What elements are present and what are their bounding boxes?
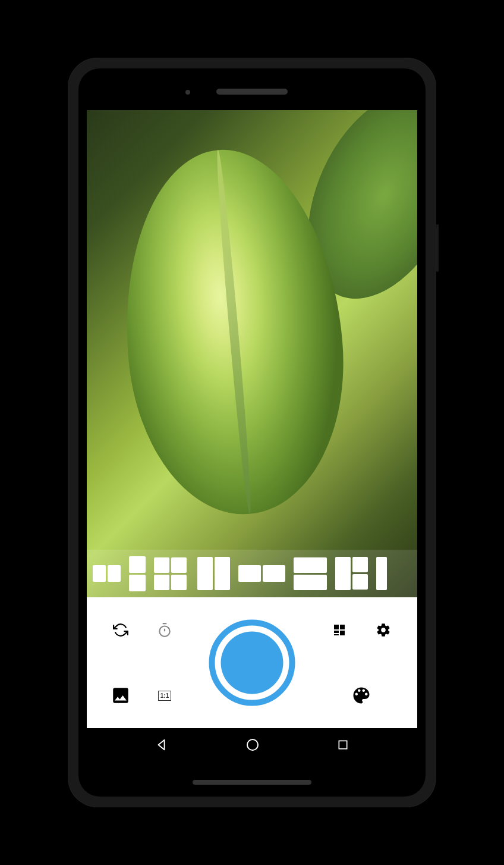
back-button[interactable] xyxy=(155,738,168,754)
layout-option-2x2[interactable] xyxy=(154,557,189,590)
recent-square-icon xyxy=(337,739,349,751)
collage-layout-strip[interactable] xyxy=(87,550,417,597)
layout-option-edge-left[interactable] xyxy=(93,565,121,582)
gear-icon xyxy=(376,622,391,638)
screen: 1:1 xyxy=(87,110,417,764)
refresh-icon xyxy=(113,622,128,638)
image-icon xyxy=(111,685,131,706)
power-button xyxy=(436,224,439,272)
aspect-ratio-button[interactable]: 1:1 xyxy=(153,684,177,707)
earpiece-speaker xyxy=(216,89,288,95)
control-section-top-left xyxy=(87,618,199,642)
svg-point-0 xyxy=(159,626,169,637)
layout-option-2col-tall[interactable] xyxy=(197,557,230,590)
gallery-button[interactable] xyxy=(109,684,133,707)
layout-grid-button[interactable] xyxy=(327,618,351,642)
color-palette-button[interactable] xyxy=(349,684,373,707)
android-navbar xyxy=(87,728,417,764)
home-button[interactable] xyxy=(245,738,260,754)
back-triangle-icon xyxy=(155,738,168,751)
phone-device-frame: 1:1 xyxy=(68,58,436,807)
layout-option-2row-wide[interactable] xyxy=(294,557,327,590)
grid-icon xyxy=(332,623,346,637)
svg-rect-1 xyxy=(334,625,339,629)
svg-rect-4 xyxy=(340,631,345,635)
svg-rect-3 xyxy=(334,631,339,633)
phone-bezel: 1:1 xyxy=(78,68,426,797)
control-section-bottom-right xyxy=(305,684,417,707)
control-section-bottom-left: 1:1 xyxy=(87,684,199,707)
layout-option-2col-wide[interactable] xyxy=(238,565,285,582)
recent-apps-button[interactable] xyxy=(337,739,349,753)
layout-option-2row[interactable] xyxy=(129,556,146,591)
svg-rect-7 xyxy=(339,741,346,748)
palette-icon xyxy=(351,685,372,706)
svg-rect-5 xyxy=(334,634,339,635)
aspect-ratio-label: 1:1 xyxy=(158,691,171,701)
camera-controls-panel: 1:1 xyxy=(87,597,417,728)
layout-option-1-2-split[interactable] xyxy=(335,557,368,590)
shutter-button[interactable] xyxy=(209,620,295,706)
shutter-inner xyxy=(221,632,284,694)
bottom-speaker xyxy=(193,780,311,785)
home-circle-icon xyxy=(245,738,260,752)
camera-viewfinder[interactable] xyxy=(87,110,417,597)
front-camera xyxy=(185,90,190,95)
svg-rect-2 xyxy=(340,625,345,629)
settings-button[interactable] xyxy=(371,618,395,642)
timer-button[interactable] xyxy=(153,618,177,642)
switch-camera-button[interactable] xyxy=(109,618,133,642)
control-section-top-right xyxy=(305,618,417,642)
timer-icon xyxy=(157,622,172,638)
layout-option-edge-right[interactable] xyxy=(376,557,387,590)
svg-point-6 xyxy=(247,739,258,750)
